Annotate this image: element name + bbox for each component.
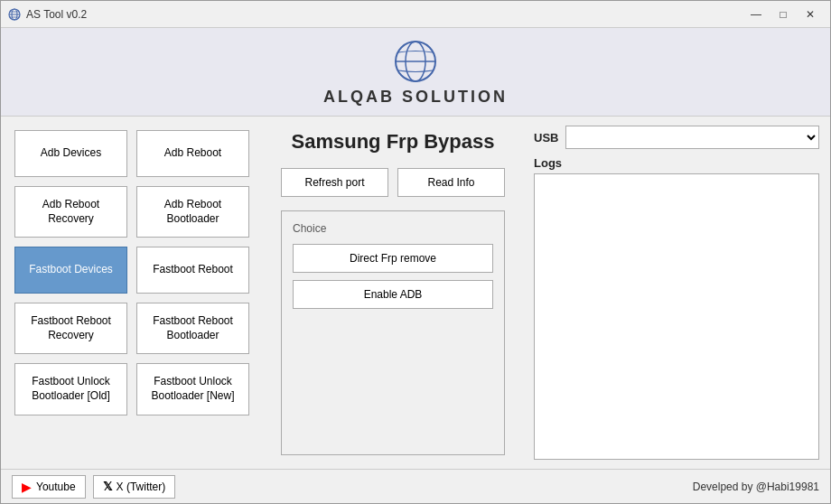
- fastboot-unlock-new-button[interactable]: Fastboot Unlock Bootloader [New]: [136, 363, 249, 415]
- minimize-button[interactable]: —: [743, 5, 769, 24]
- choice-box: Choice Direct Frp remove Enable ADB: [281, 210, 505, 455]
- x-twitter-icon: 𝕏: [103, 480, 112, 493]
- read-info-button[interactable]: Read Info: [397, 168, 505, 197]
- adb-reboot-recovery-button[interactable]: Adb Reboot Recovery: [14, 186, 127, 238]
- maximize-button[interactable]: □: [770, 5, 796, 24]
- footer-credit: Develped by @Habi19981: [693, 481, 819, 493]
- body: Adb Devices Adb Reboot Adb Reboot Recove…: [1, 117, 830, 469]
- center-panel: Samsung Frp Bypass Refresh port Read Inf…: [263, 117, 523, 469]
- usb-select[interactable]: [565, 126, 819, 149]
- enable-adb-button[interactable]: Enable ADB: [293, 280, 493, 309]
- adb-devices-button[interactable]: Adb Devices: [14, 130, 127, 177]
- direct-frp-button[interactable]: Direct Frp remove: [293, 244, 493, 273]
- twitter-label: X (Twitter): [117, 481, 166, 493]
- fastboot-reboot-button[interactable]: Fastboot Reboot: [136, 247, 249, 294]
- fastboot-reboot-recovery-button[interactable]: Fastboot Reboot Recovery: [14, 303, 127, 354]
- window-controls: — □ ✕: [743, 5, 823, 24]
- usb-row: USB: [534, 126, 819, 149]
- app-title: AS Tool v0.2: [26, 8, 87, 21]
- logs-area: [534, 173, 819, 460]
- center-actions: Refresh port Read Info: [281, 168, 505, 197]
- refresh-port-button[interactable]: Refresh port: [281, 168, 388, 197]
- youtube-label: Youtube: [36, 481, 76, 493]
- header: ALQAB SOLUTION: [1, 28, 830, 117]
- app-icon: [8, 8, 21, 21]
- adb-reboot-button[interactable]: Adb Reboot: [136, 130, 249, 177]
- fastboot-unlock-old-button[interactable]: Fastboot Unlock Bootloader [Old]: [14, 363, 127, 415]
- left-panel: Adb Devices Adb Reboot Adb Reboot Recove…: [1, 117, 263, 469]
- youtube-icon: ▶: [22, 480, 32, 494]
- title-bar: AS Tool v0.2 — □ ✕: [1, 1, 830, 28]
- footer-left: ▶ Youtube 𝕏 X (Twitter): [12, 475, 175, 499]
- logo-title: ALQAB SOLUTION: [323, 88, 508, 107]
- twitter-button[interactable]: 𝕏 X (Twitter): [93, 475, 176, 499]
- logo-globe-icon: [393, 39, 438, 84]
- fastboot-reboot-bootloader-button[interactable]: Fastboot Reboot Bootloader: [136, 303, 249, 354]
- right-panel: USB Logs: [523, 117, 830, 469]
- usb-label: USB: [534, 131, 558, 145]
- footer: ▶ Youtube 𝕏 X (Twitter) Develped by @Hab…: [1, 469, 830, 503]
- close-button[interactable]: ✕: [798, 5, 823, 24]
- center-title: Samsung Frp Bypass: [281, 130, 505, 154]
- adb-reboot-bootloader-button[interactable]: Adb Reboot Bootloader: [136, 186, 249, 238]
- fastboot-devices-button[interactable]: Fastboot Devices: [14, 247, 127, 294]
- logs-label: Logs: [534, 156, 819, 170]
- youtube-button[interactable]: ▶ Youtube: [12, 475, 86, 499]
- main-content: ALQAB SOLUTION Adb Devices Adb Reboot Ad…: [1, 28, 830, 469]
- choice-label: Choice: [293, 222, 493, 235]
- title-bar-left: AS Tool v0.2: [8, 8, 87, 21]
